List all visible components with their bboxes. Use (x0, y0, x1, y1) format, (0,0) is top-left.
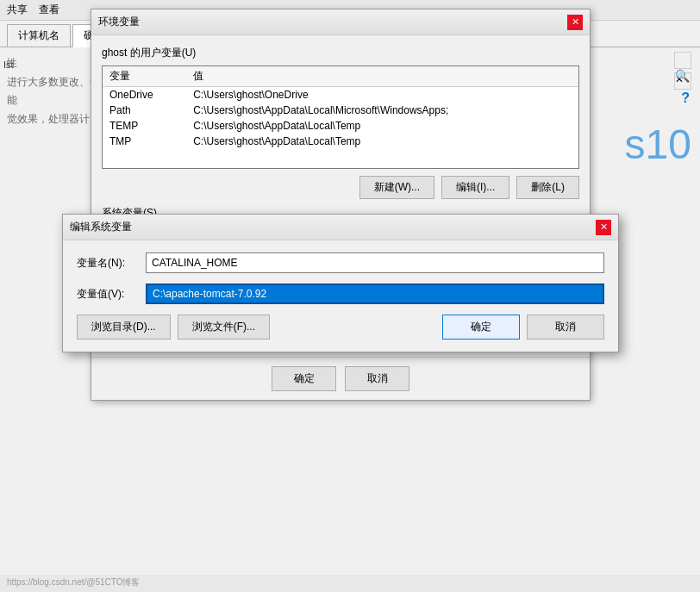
user-vars-label: ghost 的用户变量(U) (102, 46, 579, 60)
user-edit-button[interactable]: 编辑(I)... (441, 176, 509, 199)
left-text-1: Ist (3, 55, 83, 74)
table-row[interactable]: TMPC:\Users\ghost\AppData\Local\Temp (103, 134, 578, 149)
table-row[interactable]: PathC:\Users\ghost\AppData\Local\Microso… (103, 103, 578, 118)
browse-file-button[interactable]: 浏览文件(F)... (178, 315, 270, 340)
edit-action-buttons: 浏览目录(D)... 浏览文件(F)... 确定 取消 (77, 315, 604, 340)
bg-window-title: 共享 查看 (7, 3, 59, 17)
var-name-label: 变量名(N): (77, 256, 146, 271)
var-name-cell: OneDrive (103, 87, 186, 103)
user-vars-table-container[interactable]: 变量 值 OneDriveC:\Users\ghost\OneDrivePath… (102, 65, 579, 169)
win10-brand: s10 (625, 121, 691, 168)
var-value-input[interactable] (146, 284, 604, 304)
var-name-cell: TMP (103, 134, 186, 149)
env-dialog-title: 环境变量 (98, 15, 140, 29)
status-bar: https://blog.csdn.net/@51CTO博客 (0, 575, 700, 592)
edit-sys-var-dialog: 编辑系统变量 ✕ 变量名(N): 变量值(V): 浏览目录(D)... 浏览文件… (62, 214, 619, 352)
user-new-button[interactable]: 新建(W)... (359, 176, 434, 199)
var-name-input[interactable] (146, 252, 604, 273)
table-row[interactable]: OneDriveC:\Users\ghost\OneDrive (103, 87, 578, 103)
edit-cancel-button[interactable]: 取消 (527, 315, 604, 340)
env-ok-button[interactable]: 确定 (272, 366, 336, 391)
left-panel: Ist (0, 52, 86, 78)
edit-dialog-close[interactable]: ✕ (596, 220, 611, 235)
user-vars-table: 变量 值 OneDriveC:\Users\ghost\OneDrivePath… (103, 66, 578, 149)
user-delete-button[interactable]: 删除(L) (516, 176, 579, 199)
var-name-cell: Path (103, 103, 186, 118)
table-row[interactable]: TEMPC:\Users\ghost\AppData\Local\Temp (103, 118, 578, 134)
col-header-var-name: 变量 (103, 66, 186, 87)
var-value-cell: C:\Users\ghost\AppData\Local\Temp (186, 118, 578, 134)
edit-ok-button[interactable]: 确定 (442, 315, 520, 340)
var-name-row: 变量名(N): (77, 252, 604, 273)
var-value-row: 变量值(V): (77, 284, 604, 304)
user-var-buttons: 新建(W)... 编辑(I)... 删除(L) (102, 176, 579, 199)
browse-dir-button[interactable]: 浏览目录(D)... (77, 315, 171, 340)
var-name-cell: TEMP (103, 118, 186, 134)
bg-icon-1 (674, 52, 691, 69)
edit-dialog-title: 编辑系统变量 (70, 220, 132, 234)
tab-computer-name[interactable]: 计算机名 (7, 24, 71, 47)
var-value-cell: C:\Users\ghost\AppData\Local\Microsoft\W… (186, 103, 578, 118)
help-icon-bg: ? (681, 90, 690, 106)
search-icon-bg: 🔍 (675, 69, 690, 83)
env-dialog-titlebar: 环境变量 ✕ (91, 9, 590, 35)
env-dialog-close[interactable]: ✕ (567, 15, 583, 30)
env-dialog-footer: 确定 取消 (91, 357, 590, 400)
col-header-var-value: 值 (186, 66, 578, 87)
var-value-cell: C:\Users\ghost\OneDrive (186, 87, 578, 103)
var-value-label: 变量值(V): (77, 287, 146, 302)
edit-dialog-titlebar: 编辑系统变量 ✕ (63, 215, 618, 240)
env-cancel-button[interactable]: 取消 (345, 366, 409, 391)
var-value-cell: C:\Users\ghost\AppData\Local\Temp (186, 134, 578, 149)
edit-dialog-content: 变量名(N): 变量值(V): 浏览目录(D)... 浏览文件(F)... 确定… (63, 240, 618, 352)
